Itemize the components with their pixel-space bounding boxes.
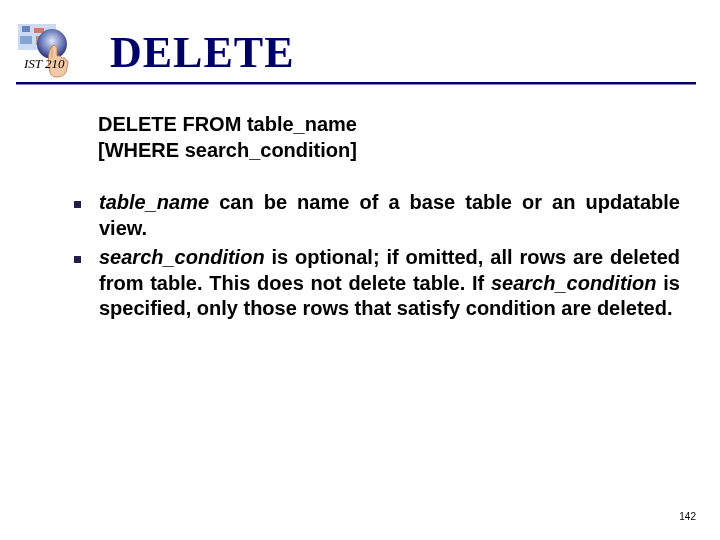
svg-rect-3 bbox=[20, 36, 32, 44]
svg-rect-1 bbox=[22, 26, 30, 32]
syntax-line-2: [WHERE search_condition] bbox=[98, 138, 357, 164]
slide-title: DELETE bbox=[110, 27, 295, 78]
bullet-icon bbox=[74, 201, 81, 208]
svg-rect-2 bbox=[34, 28, 44, 33]
title-underline-shadow bbox=[16, 84, 696, 85]
syntax-line-1: DELETE FROM table_name bbox=[98, 112, 357, 138]
sql-syntax-block: DELETE FROM table_name [WHERE search_con… bbox=[98, 112, 357, 163]
slide: IST 210 DELETE DELETE FROM table_name [W… bbox=[0, 0, 720, 540]
course-code-label: IST 210 bbox=[24, 56, 65, 72]
bullet-text: search_condition is optional; if omitted… bbox=[99, 245, 680, 322]
page-number: 142 bbox=[679, 511, 696, 522]
bullet-icon bbox=[74, 256, 81, 263]
bullet-list: table_name can be name of a base table o… bbox=[74, 190, 680, 326]
slide-header: IST 210 DELETE bbox=[0, 0, 720, 78]
header-graphic: IST 210 bbox=[16, 22, 84, 78]
list-item: table_name can be name of a base table o… bbox=[74, 190, 680, 241]
bullet-text: table_name can be name of a base table o… bbox=[99, 190, 680, 241]
list-item: search_condition is optional; if omitted… bbox=[74, 245, 680, 322]
